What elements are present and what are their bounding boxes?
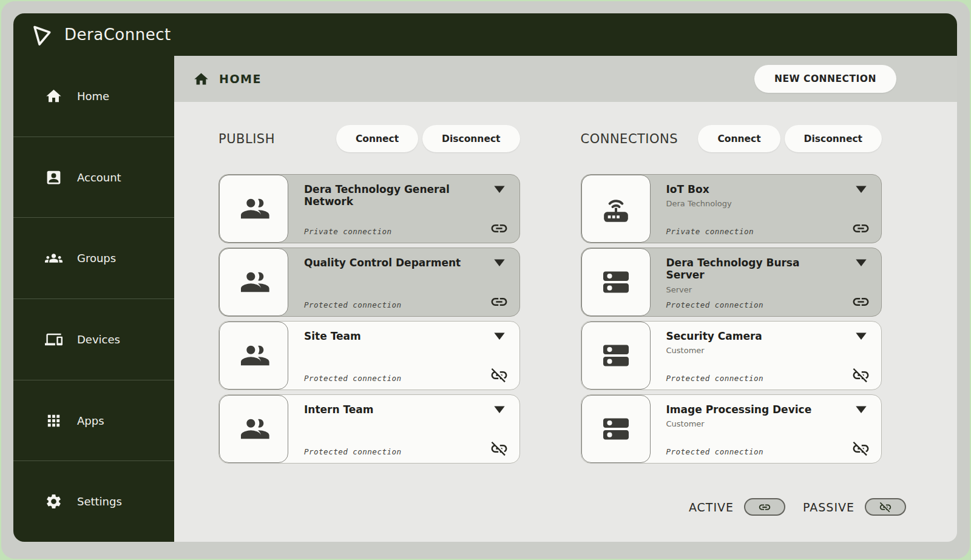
people-icon <box>237 412 271 446</box>
sidebar-item-label: Home <box>77 90 109 103</box>
link-off-icon <box>851 366 870 385</box>
link-icon <box>490 219 509 238</box>
chevron-down-icon[interactable] <box>853 330 869 343</box>
people-icon <box>237 192 271 226</box>
publish-card-intern-team[interactable]: Intern Team Protected connection <box>218 394 520 464</box>
sidebar-item-groups[interactable]: Groups <box>13 217 174 299</box>
card-status: Private connection <box>666 227 754 236</box>
card-icon-tile <box>581 395 651 463</box>
card-icon-tile <box>219 322 288 390</box>
card-status: Protected connection <box>304 300 402 309</box>
card-icon-tile <box>219 175 288 243</box>
link-icon <box>851 292 870 311</box>
publish-section-title: PUBLISH <box>218 132 275 146</box>
connection-card-security-camera[interactable]: Security Camera Customer Protected conne… <box>581 321 882 390</box>
legend-passive-pill <box>865 498 906 516</box>
card-icon-tile <box>219 248 288 316</box>
card-title: Quality Control Deparment <box>304 257 506 269</box>
connections-disconnect-button[interactable]: Disconnect <box>785 125 882 152</box>
settings-icon <box>45 493 63 510</box>
publish-connect-button[interactable]: Connect <box>336 125 418 152</box>
legend-active-pill <box>744 498 785 516</box>
chevron-down-icon[interactable] <box>853 403 869 417</box>
publish-section: PUBLISH Connect Disconnect <box>218 125 520 464</box>
top-bar: DeraConnect <box>13 13 957 56</box>
home-icon <box>193 71 209 87</box>
chevron-down-icon[interactable] <box>492 257 507 270</box>
card-status: Protected connection <box>666 374 764 383</box>
publish-card-dera-technology-general-network[interactable]: Dera Technology General Network Private … <box>218 174 520 243</box>
link-icon <box>490 292 509 311</box>
sidebar-item-apps[interactable]: Apps <box>13 380 174 461</box>
card-status: Protected connection <box>666 447 764 456</box>
sidebar-item-home[interactable]: Home <box>13 56 174 137</box>
card-subtitle: Customer <box>666 419 868 428</box>
router-icon <box>599 192 633 226</box>
people-icon <box>237 265 271 299</box>
main-area: HOME NEW CONNECTION PUBLISH Connect Disc… <box>174 56 957 542</box>
card-title: IoT Box <box>666 183 868 195</box>
card-title: Intern Team <box>304 403 506 416</box>
content-area: PUBLISH Connect Disconnect <box>174 102 957 542</box>
people-icon <box>237 339 271 373</box>
account-icon <box>45 169 63 186</box>
sidebar-item-label: Devices <box>77 333 120 346</box>
card-status: Protected connection <box>304 374 402 383</box>
connections-connect-button[interactable]: Connect <box>698 125 780 152</box>
sidebar-item-label: Settings <box>77 495 122 508</box>
chevron-down-icon[interactable] <box>492 403 507 417</box>
groups-icon <box>45 249 63 267</box>
chevron-down-icon[interactable] <box>492 330 507 343</box>
page-header: HOME NEW CONNECTION <box>174 56 957 102</box>
card-title: Image Processing Device <box>666 403 868 416</box>
server-icon <box>599 412 633 446</box>
card-subtitle: Customer <box>666 346 868 355</box>
sidebar-item-settings[interactable]: Settings <box>13 460 174 542</box>
connection-card-iot-box[interactable]: IoT Box Dera Technology Private connecti… <box>581 174 882 243</box>
server-icon <box>599 265 633 299</box>
brand-title: DeraConnect <box>64 25 171 44</box>
sidebar-item-label: Apps <box>77 414 104 427</box>
card-icon-tile <box>581 175 651 243</box>
legend-passive-label: PASSIVE <box>803 501 854 514</box>
home-icon <box>45 87 63 105</box>
card-status: Private connection <box>304 227 391 236</box>
page-title: HOME <box>219 72 262 86</box>
connection-card-image-processing-device[interactable]: Image Processing Device Customer Protect… <box>581 394 882 464</box>
card-title: Site Team <box>304 330 506 342</box>
link-icon <box>851 219 870 238</box>
card-icon-tile <box>581 322 651 390</box>
card-subtitle: Server <box>666 285 868 294</box>
new-connection-button[interactable]: NEW CONNECTION <box>754 65 896 93</box>
card-title: Dera Technology General Network <box>304 183 506 208</box>
app-window: DeraConnect Home Account Groups Devices <box>13 13 957 542</box>
publish-card-quality-control-deparment[interactable]: Quality Control Deparment Protected conn… <box>218 248 520 317</box>
connections-section-title: CONNECTIONS <box>581 132 678 146</box>
connection-card-dera-technology-bursa-server[interactable]: Dera Technology Bursa Server Server Prot… <box>581 248 882 317</box>
link-off-icon <box>490 366 509 385</box>
link-off-icon <box>851 439 870 458</box>
brand-logo-triangle-icon <box>29 22 55 47</box>
server-icon <box>599 339 633 373</box>
card-subtitle: Dera Technology <box>666 199 868 208</box>
card-icon-tile <box>219 395 288 463</box>
sidebar-item-account[interactable]: Account <box>13 137 174 218</box>
link-state-legend: ACTIVE PASSIVE <box>689 498 913 516</box>
card-status: Protected connection <box>666 300 764 309</box>
chevron-down-icon[interactable] <box>492 183 507 197</box>
link-off-icon <box>490 439 509 458</box>
card-icon-tile <box>581 248 651 316</box>
publish-disconnect-button[interactable]: Disconnect <box>422 125 519 152</box>
sidebar-item-label: Account <box>77 171 121 184</box>
link-icon <box>758 501 771 514</box>
link-off-icon <box>879 501 892 514</box>
publish-card-site-team[interactable]: Site Team Protected connection <box>218 321 520 390</box>
chevron-down-icon[interactable] <box>853 183 869 197</box>
connections-section: CONNECTIONS Connect Disconnect <box>581 125 882 464</box>
sidebar-item-devices[interactable]: Devices <box>13 299 174 380</box>
chevron-down-icon[interactable] <box>853 257 869 270</box>
sidebar-item-label: Groups <box>77 252 116 265</box>
devices-icon <box>45 331 63 348</box>
apps-icon <box>45 412 63 430</box>
sidebar: Home Account Groups Devices Apps Setting… <box>13 56 174 542</box>
